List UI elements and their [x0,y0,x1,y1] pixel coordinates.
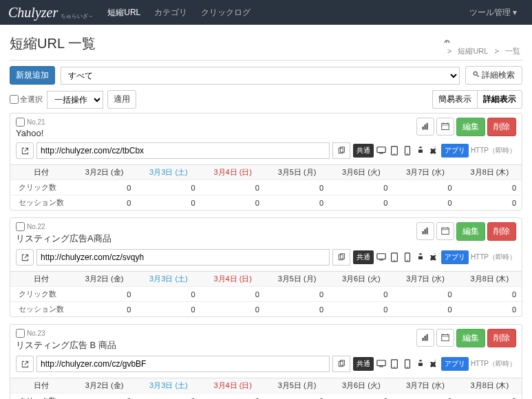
select-all-label[interactable]: 全選択 [10,94,43,105]
cell-value: 0 [265,195,329,211]
col-day: 3月6日 (火) [329,272,393,287]
svg-rect-5 [442,124,449,130]
col-day: 3月7日 (水) [393,378,457,393]
android-icon [415,145,426,156]
url-input[interactable] [36,142,330,159]
chart-button[interactable] [416,118,434,136]
svg-point-31 [394,260,394,261]
cell-value: 0 [201,393,265,400]
cell-value: 0 [201,287,265,302]
chevron-down-icon: ▾ [513,8,517,17]
logo-sub: ちゅらいざ～ [61,12,94,20]
add-new-button[interactable]: 新規追加 [10,66,55,85]
tablet-icon [389,252,400,263]
delete-button[interactable]: 削除 [487,118,516,136]
svg-rect-28 [377,254,385,259]
row-label: セッション数 [10,195,72,211]
calendar-button[interactable] [436,222,454,240]
svg-rect-38 [427,334,428,341]
tablet-icon [389,145,400,156]
edit-button[interactable]: 編集 [456,118,485,136]
card-checkbox[interactable] [16,222,25,231]
open-link-button[interactable] [16,142,34,159]
nav-short-url[interactable]: 短縮URL [100,7,147,19]
cell-value: 0 [329,287,393,302]
svg-rect-2 [423,127,424,130]
cell-value: 0 [329,195,393,211]
cell-value: 0 [458,195,522,211]
nav-category[interactable]: カテゴリ [147,7,194,19]
apple-icon [428,145,439,156]
apple-icon [428,252,439,263]
col-day: 3月4日 (日) [201,378,265,393]
calendar-button[interactable] [436,118,454,136]
col-day: 3月6日 (火) [329,378,393,393]
svg-point-18 [421,147,422,148]
svg-point-16 [407,153,407,154]
search-button[interactable]: 詳細検索 [465,66,522,85]
edit-button[interactable]: 編集 [456,222,485,241]
svg-rect-21 [427,228,428,235]
svg-point-0 [474,72,477,75]
view-simple-button[interactable]: 簡易表示 [432,90,477,109]
dashboard-icon[interactable] [443,39,522,46]
copy-button[interactable] [332,142,350,159]
cell-value: 0 [201,195,265,211]
svg-rect-20 [425,229,426,235]
phone-icon [402,252,413,263]
copy-button[interactable] [332,356,350,372]
nav-clicklog[interactable]: クリックログ [194,7,257,19]
card-title: リスティング広告 B 商品 [16,339,416,352]
col-day: 3月8日 (木) [458,165,522,180]
delete-button[interactable]: 削除 [487,222,516,241]
open-link-button[interactable] [16,249,34,266]
col-day: 3月8日 (木) [458,378,522,393]
svg-rect-11 [377,147,385,153]
app-badge: アプリ [441,357,469,371]
nav-tool-menu[interactable]: ツール管理 ▾ [462,7,524,19]
apply-button[interactable]: 適用 [107,90,136,109]
card-checkbox[interactable] [16,329,25,338]
col-day: 3月5日 (月) [265,272,329,287]
cell-value: 0 [136,302,200,317]
copy-button[interactable] [332,249,350,266]
url-card: No.23 リスティング広告 B 商品 編集 削除 共通 アプリ HTTP（即時… [10,324,522,399]
cell-value: 0 [72,287,136,302]
stats-table: 日付3月2日 (金)3月3日 (土)3月4日 (日)3月5日 (月)3月6日 (… [10,164,522,210]
cell-value: 0 [265,180,329,195]
cell-value: 0 [393,393,457,400]
open-link-button[interactable] [16,356,34,372]
col-day: 3月3日 (土) [136,272,200,287]
delete-button[interactable]: 削除 [487,329,516,347]
chart-button[interactable] [416,222,434,240]
breadcrumb-mid[interactable]: 短縮URL [458,47,488,55]
category-select[interactable]: すべて [61,67,460,85]
url-input[interactable] [36,356,330,372]
col-day: 3月6日 (火) [329,165,393,180]
cell-value: 0 [72,393,136,400]
cell-value: 0 [393,287,457,302]
bulk-row: 全選択 一括操作 適用 簡易表示 詳細表示 [10,90,522,109]
url-input[interactable] [36,249,330,266]
row-label: セッション数 [10,302,72,317]
view-detail-button[interactable]: 詳細表示 [477,90,522,109]
chart-button[interactable] [416,329,434,347]
tablet-icon [389,358,400,369]
common-badge: 共通 [353,144,374,158]
svg-point-52 [421,360,422,361]
card-checkbox[interactable] [16,118,25,127]
app-badge: アプリ [441,250,469,264]
app-badge: アプリ [441,144,469,158]
calendar-button[interactable] [436,329,454,347]
bulk-action-select[interactable]: 一括操作 [47,91,103,109]
cell-value: 0 [72,302,136,317]
svg-point-14 [394,153,394,154]
cell-value: 0 [329,180,393,195]
edit-button[interactable]: 編集 [456,329,485,347]
svg-rect-19 [423,231,424,235]
select-all-checkbox[interactable] [10,95,19,104]
cell-value: 0 [201,302,265,317]
logo: Chulyzer [8,5,58,21]
url-card: No.21 Yahoo! 編集 削除 共通 アプリ HTTP（即時） [10,113,522,211]
stats-table: 日付3月2日 (金)3月3日 (土)3月4日 (日)3月5日 (月)3月6日 (… [10,378,522,399]
